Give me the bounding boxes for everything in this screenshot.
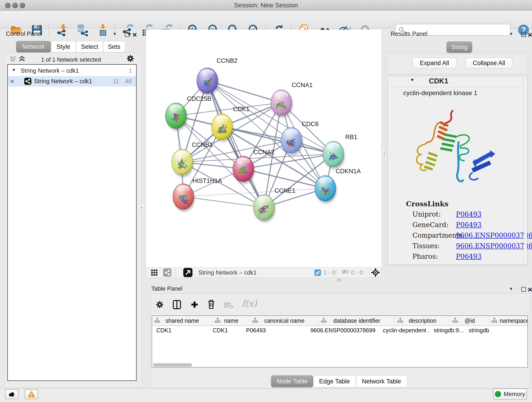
tab-node-table[interactable]: Node Table xyxy=(271,375,313,387)
crosslink-link[interactable]: 9606.ENSP00000378699 xyxy=(456,242,532,250)
selected-node-edge-counts: 1 - 0 xyxy=(323,267,336,278)
tab-network-table[interactable]: Network Table xyxy=(356,375,407,387)
results-panel-menu-icon[interactable]: ▼ xyxy=(509,32,513,36)
open-in-window-icon[interactable] xyxy=(183,268,192,277)
table-panel-menu-icon[interactable]: ▼ xyxy=(509,287,513,291)
left-splitter-handle[interactable] xyxy=(139,205,144,210)
column-header-namespace[interactable]: namespace xyxy=(489,316,528,325)
control-panel-close-icon[interactable]: × xyxy=(133,31,137,38)
status-bar: Memory xyxy=(0,388,532,402)
bottom-splitter-handle[interactable] xyxy=(337,279,341,281)
crosslink-label: Pharos: xyxy=(412,253,438,260)
table-cell[interactable]: CDK1 xyxy=(152,325,209,335)
column-header-name[interactable]: name xyxy=(213,316,250,325)
table-options-gear-icon[interactable] xyxy=(155,300,164,309)
expand-all-tree-icon[interactable] xyxy=(18,56,26,62)
network-graph[interactable]: CCNB2CCNA1CDC25BCDK1CDC6RB1CCNB1CCNA2CDK… xyxy=(146,30,382,267)
string-badge-icon[interactable] xyxy=(163,268,171,277)
tab-edge-table[interactable]: Edge Table xyxy=(313,375,356,387)
crosslink-link[interactable]: 9606.ENSP00000378699 xyxy=(456,231,532,239)
import-network-database-icon[interactable] xyxy=(76,24,89,36)
table-cell[interactable]: 9606.ENSP00000378699 xyxy=(306,325,379,335)
entry-collapse-icon[interactable]: ▼ xyxy=(410,77,414,83)
network-node-CDKN1A[interactable]: CDKN1A xyxy=(315,168,361,204)
warning-icon xyxy=(28,391,35,398)
network-node-CDC6[interactable]: CDC6 xyxy=(281,121,319,155)
network-view-title: String Network – cdk1 xyxy=(198,267,257,278)
network-node-CCNB1[interactable]: CCNB1 xyxy=(172,141,213,177)
column-header-canonical-name[interactable]: canonical name xyxy=(250,316,319,325)
toolbar-separator xyxy=(49,23,49,37)
network-options-gear-icon[interactable] xyxy=(126,54,135,63)
crosslink-link[interactable]: P06493 xyxy=(456,253,481,260)
table-cell[interactable]: CDK1 xyxy=(209,325,242,335)
network-tree-root-row[interactable]: ▼ String Network – cdk1 1 xyxy=(8,66,136,76)
tab-select[interactable]: Select xyxy=(76,41,103,52)
collapse-all-button[interactable]: Collapse All xyxy=(466,58,512,69)
results-panel-close-icon[interactable]: × xyxy=(528,31,532,38)
table-row[interactable]: CDK1CDK1P064939606.ENSP00000378699cyclin… xyxy=(152,325,511,335)
tab-string[interactable]: String xyxy=(447,41,472,53)
table-cell[interactable]: stringdb xyxy=(465,325,511,335)
delete-table-icon[interactable] xyxy=(224,302,234,309)
column-header-database-identifier[interactable]: database identifier xyxy=(319,316,395,325)
network-tree-selected-row[interactable]: String Network – cdk1 11 48 xyxy=(8,76,136,87)
create-column-icon[interactable] xyxy=(191,301,198,308)
node-table[interactable]: shared namenamecanonical namedatabase id… xyxy=(152,315,528,368)
table-panel-close-icon[interactable]: × xyxy=(528,286,532,293)
results-scrollbar[interactable] xyxy=(524,76,527,264)
table-cell[interactable]: cyclin-dependent ... xyxy=(379,325,430,335)
import-network-file-icon[interactable] xyxy=(56,24,69,36)
table-cell[interactable]: P06493 xyxy=(242,325,306,335)
delete-column-trash-icon[interactable] xyxy=(207,299,215,309)
control-panel-menu-icon[interactable]: ▼ xyxy=(113,32,117,36)
node-label-CCNB1: CCNB1 xyxy=(192,141,213,148)
column-header-shared-name[interactable]: shared name xyxy=(152,316,213,325)
results-panel-title: Results Panel xyxy=(391,30,427,37)
node-label-CDC25B: CDC25B xyxy=(187,95,211,102)
network-node-CCNA2[interactable]: CCNA2 xyxy=(233,149,274,184)
network-edge-HIST1H1A-CCNE1 xyxy=(183,197,264,207)
function-builder-icon[interactable]: f(x) xyxy=(242,298,257,308)
memory-button[interactable]: Memory xyxy=(493,389,527,400)
collapse-all-icon[interactable] xyxy=(9,56,17,62)
crosslink-link[interactable]: P06493 xyxy=(456,211,481,218)
node-label-CCNA1: CCNA1 xyxy=(292,82,313,89)
node-label-CDC6: CDC6 xyxy=(302,121,319,128)
table-panel-float-icon[interactable] xyxy=(521,287,526,292)
network-node-RB1[interactable]: RB1 xyxy=(323,134,357,169)
column-header-description[interactable]: description xyxy=(395,316,450,325)
cloud-button[interactable] xyxy=(5,389,18,399)
column-header--id[interactable]: @id xyxy=(450,316,489,325)
crosslinks-title: CrossLinks xyxy=(406,200,448,208)
network-collection-count: 1 xyxy=(129,67,132,74)
network-tree: ▼ String Network – cdk1 1 String Network… xyxy=(7,64,137,381)
import-table-icon[interactable] xyxy=(97,24,109,36)
birds-eye-grid-icon[interactable] xyxy=(151,269,158,276)
table-cell[interactable]: stringdb:9... xyxy=(430,325,465,335)
table-horizontal-scrollbar[interactable] xyxy=(153,363,192,367)
tab-style[interactable]: Style xyxy=(51,41,76,52)
show-columns-icon[interactable] xyxy=(172,300,181,309)
node-label-CCNA2: CCNA2 xyxy=(253,149,274,156)
crosslink-label: Uniprot: xyxy=(412,211,441,218)
crosslink-link[interactable]: P06493 xyxy=(456,221,481,229)
tree-collapse-icon[interactable]: ▼ xyxy=(12,68,16,72)
statusbar-separator xyxy=(337,269,337,276)
entry-description: cyclin-dependent kinase 1 xyxy=(403,89,477,97)
crosslink-label: GeneCard: xyxy=(412,221,449,229)
node-label-CCNE1: CCNE1 xyxy=(274,187,296,194)
tab-sets[interactable]: Sets xyxy=(103,41,125,52)
selected-checkbox-icon[interactable] xyxy=(314,269,321,276)
control-panel-float-icon[interactable] xyxy=(125,32,130,37)
network-collection-label: String Network – cdk1 xyxy=(21,67,79,74)
hidden-eye-icon xyxy=(341,269,350,276)
results-panel-float-icon[interactable] xyxy=(521,32,526,37)
network-node-CCNE1[interactable]: CCNE1 xyxy=(253,187,296,223)
warning-button[interactable] xyxy=(25,389,38,399)
node-label-CDKN1A: CDKN1A xyxy=(336,168,361,175)
expand-all-button[interactable]: Expand All xyxy=(412,58,456,69)
tab-network[interactable]: Network xyxy=(16,41,51,52)
crosshair-icon[interactable] xyxy=(371,268,380,277)
entry-gene-name: CDK1 xyxy=(429,77,448,85)
